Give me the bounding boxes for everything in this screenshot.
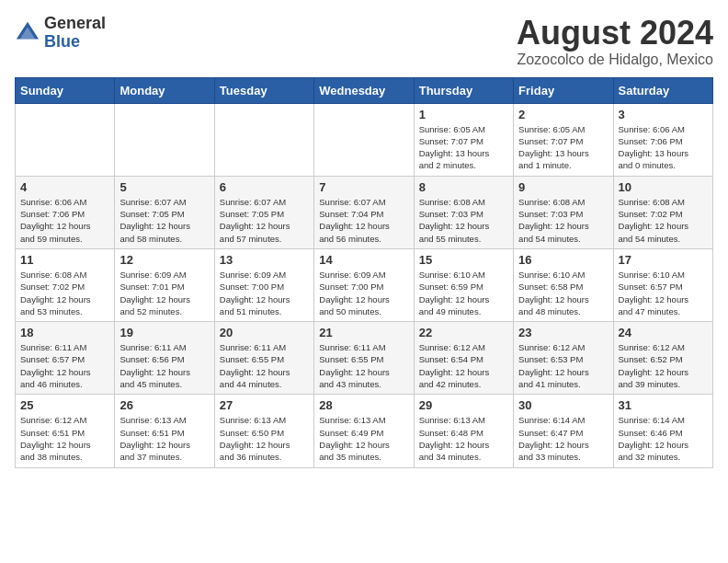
- day-info: Sunrise: 6:13 AM Sunset: 6:51 PM Dayligh…: [119, 414, 209, 463]
- weekday-header-sunday: Sunday: [16, 77, 115, 103]
- calendar-table: SundayMondayTuesdayWednesdayThursdayFrid…: [15, 77, 713, 468]
- weekday-header-friday: Friday: [514, 77, 613, 103]
- day-number: 30: [518, 398, 608, 412]
- day-number: 18: [20, 326, 109, 339]
- day-cell: 9Sunrise: 6:08 AM Sunset: 7:03 PM Daylig…: [514, 176, 613, 248]
- day-number: 24: [619, 326, 708, 339]
- day-number: 13: [220, 253, 309, 267]
- day-cell: 27Sunrise: 6:13 AM Sunset: 6:50 PM Dayli…: [214, 395, 313, 467]
- weekday-row: SundayMondayTuesdayWednesdayThursdayFrid…: [16, 77, 713, 103]
- day-number: 11: [20, 253, 109, 267]
- day-info: Sunrise: 6:09 AM Sunset: 7:01 PM Dayligh…: [119, 269, 209, 317]
- page-header: General Blue August 2024 Zozocolco de Hi…: [15, 15, 713, 68]
- day-cell: 29Sunrise: 6:13 AM Sunset: 6:48 PM Dayli…: [414, 395, 513, 467]
- day-number: 9: [518, 180, 608, 194]
- day-cell: 10Sunrise: 6:08 AM Sunset: 7:02 PM Dayli…: [613, 176, 712, 248]
- day-number: 19: [119, 326, 209, 339]
- day-info: Sunrise: 6:09 AM Sunset: 7:00 PM Dayligh…: [319, 269, 408, 317]
- day-number: 16: [518, 253, 608, 267]
- day-info: Sunrise: 6:13 AM Sunset: 6:49 PM Dayligh…: [319, 414, 408, 463]
- week-row-1: 1Sunrise: 6:05 AM Sunset: 7:07 PM Daylig…: [16, 103, 713, 176]
- day-info: Sunrise: 6:10 AM Sunset: 6:58 PM Dayligh…: [518, 269, 608, 317]
- day-cell: 23Sunrise: 6:12 AM Sunset: 6:53 PM Dayli…: [514, 322, 613, 395]
- day-cell: 31Sunrise: 6:14 AM Sunset: 6:46 PM Dayli…: [613, 395, 712, 467]
- week-row-2: 4Sunrise: 6:06 AM Sunset: 7:06 PM Daylig…: [16, 176, 713, 248]
- day-cell: 16Sunrise: 6:10 AM Sunset: 6:58 PM Dayli…: [514, 248, 613, 321]
- weekday-header-saturday: Saturday: [613, 77, 712, 103]
- day-cell: [314, 103, 414, 176]
- day-cell: 14Sunrise: 6:09 AM Sunset: 7:00 PM Dayli…: [314, 248, 414, 321]
- day-number: 3: [619, 108, 708, 121]
- day-cell: 22Sunrise: 6:12 AM Sunset: 6:54 PM Dayli…: [414, 322, 513, 395]
- day-info: Sunrise: 6:14 AM Sunset: 6:47 PM Dayligh…: [518, 414, 608, 463]
- calendar-header: SundayMondayTuesdayWednesdayThursdayFrid…: [16, 77, 713, 103]
- day-info: Sunrise: 6:06 AM Sunset: 7:06 PM Dayligh…: [20, 196, 109, 245]
- day-info: Sunrise: 6:11 AM Sunset: 6:55 PM Dayligh…: [220, 341, 309, 390]
- calendar-subtitle: Zozocolco de Hidalgo, Mexico: [517, 52, 713, 68]
- day-cell: 4Sunrise: 6:06 AM Sunset: 7:06 PM Daylig…: [16, 176, 115, 248]
- weekday-header-thursday: Thursday: [414, 77, 513, 103]
- day-number: 8: [419, 180, 508, 194]
- weekday-header-tuesday: Tuesday: [214, 77, 313, 103]
- day-info: Sunrise: 6:12 AM Sunset: 6:54 PM Dayligh…: [419, 341, 508, 390]
- day-info: Sunrise: 6:11 AM Sunset: 6:57 PM Dayligh…: [20, 341, 109, 390]
- day-info: Sunrise: 6:13 AM Sunset: 6:50 PM Dayligh…: [220, 414, 309, 463]
- day-info: Sunrise: 6:10 AM Sunset: 6:59 PM Dayligh…: [419, 269, 508, 317]
- day-number: 10: [619, 180, 708, 194]
- day-number: 5: [119, 180, 209, 194]
- day-number: 7: [319, 180, 408, 194]
- day-info: Sunrise: 6:05 AM Sunset: 7:07 PM Dayligh…: [419, 123, 508, 172]
- day-info: Sunrise: 6:12 AM Sunset: 6:52 PM Dayligh…: [619, 341, 708, 390]
- calendar-body: 1Sunrise: 6:05 AM Sunset: 7:07 PM Daylig…: [16, 103, 713, 467]
- day-number: 17: [619, 253, 708, 267]
- calendar-title: August 2024: [517, 15, 713, 52]
- day-number: 4: [20, 180, 109, 194]
- weekday-header-wednesday: Wednesday: [314, 77, 414, 103]
- day-number: 14: [319, 253, 408, 267]
- day-cell: 17Sunrise: 6:10 AM Sunset: 6:57 PM Dayli…: [613, 248, 712, 321]
- week-row-4: 18Sunrise: 6:11 AM Sunset: 6:57 PM Dayli…: [16, 322, 713, 395]
- day-number: 28: [319, 398, 408, 412]
- week-row-3: 11Sunrise: 6:08 AM Sunset: 7:02 PM Dayli…: [16, 248, 713, 321]
- day-number: 23: [518, 326, 608, 339]
- day-cell: 19Sunrise: 6:11 AM Sunset: 6:56 PM Dayli…: [115, 322, 214, 395]
- day-number: 22: [419, 326, 508, 339]
- day-cell: 28Sunrise: 6:13 AM Sunset: 6:49 PM Dayli…: [314, 395, 414, 467]
- day-info: Sunrise: 6:08 AM Sunset: 7:02 PM Dayligh…: [619, 196, 708, 245]
- day-cell: 26Sunrise: 6:13 AM Sunset: 6:51 PM Dayli…: [115, 395, 214, 467]
- day-cell: 8Sunrise: 6:08 AM Sunset: 7:03 PM Daylig…: [414, 176, 513, 248]
- day-number: 26: [119, 398, 209, 412]
- day-cell: 11Sunrise: 6:08 AM Sunset: 7:02 PM Dayli…: [16, 248, 115, 321]
- day-info: Sunrise: 6:05 AM Sunset: 7:07 PM Dayligh…: [518, 123, 608, 172]
- day-cell: 13Sunrise: 6:09 AM Sunset: 7:00 PM Dayli…: [214, 248, 313, 321]
- day-cell: 12Sunrise: 6:09 AM Sunset: 7:01 PM Dayli…: [115, 248, 214, 321]
- day-info: Sunrise: 6:10 AM Sunset: 6:57 PM Dayligh…: [619, 269, 708, 317]
- day-number: 27: [220, 398, 309, 412]
- day-info: Sunrise: 6:11 AM Sunset: 6:55 PM Dayligh…: [319, 341, 408, 390]
- day-cell: 1Sunrise: 6:05 AM Sunset: 7:07 PM Daylig…: [414, 103, 513, 176]
- day-cell: 2Sunrise: 6:05 AM Sunset: 7:07 PM Daylig…: [514, 103, 613, 176]
- day-number: 21: [319, 326, 408, 339]
- day-number: 12: [119, 253, 209, 267]
- day-cell: 18Sunrise: 6:11 AM Sunset: 6:57 PM Dayli…: [16, 322, 115, 395]
- day-cell: 15Sunrise: 6:10 AM Sunset: 6:59 PM Dayli…: [414, 248, 513, 321]
- logo-text: General Blue: [44, 15, 106, 52]
- day-cell: [115, 103, 214, 176]
- day-info: Sunrise: 6:08 AM Sunset: 7:03 PM Dayligh…: [518, 196, 608, 245]
- day-info: Sunrise: 6:13 AM Sunset: 6:48 PM Dayligh…: [419, 414, 508, 463]
- day-cell: 3Sunrise: 6:06 AM Sunset: 7:06 PM Daylig…: [613, 103, 712, 176]
- day-info: Sunrise: 6:12 AM Sunset: 6:51 PM Dayligh…: [20, 414, 109, 463]
- day-info: Sunrise: 6:08 AM Sunset: 7:03 PM Dayligh…: [419, 196, 508, 245]
- day-cell: 6Sunrise: 6:07 AM Sunset: 7:05 PM Daylig…: [214, 176, 313, 248]
- day-number: 31: [619, 398, 708, 412]
- day-info: Sunrise: 6:14 AM Sunset: 6:46 PM Dayligh…: [619, 414, 708, 463]
- day-number: 29: [419, 398, 508, 412]
- day-number: 2: [518, 108, 608, 121]
- day-info: Sunrise: 6:12 AM Sunset: 6:53 PM Dayligh…: [518, 341, 608, 390]
- day-cell: 20Sunrise: 6:11 AM Sunset: 6:55 PM Dayli…: [214, 322, 313, 395]
- day-number: 25: [20, 398, 109, 412]
- day-info: Sunrise: 6:07 AM Sunset: 7:04 PM Dayligh…: [319, 196, 408, 245]
- day-info: Sunrise: 6:11 AM Sunset: 6:56 PM Dayligh…: [119, 341, 209, 390]
- day-number: 20: [220, 326, 309, 339]
- weekday-header-monday: Monday: [115, 77, 214, 103]
